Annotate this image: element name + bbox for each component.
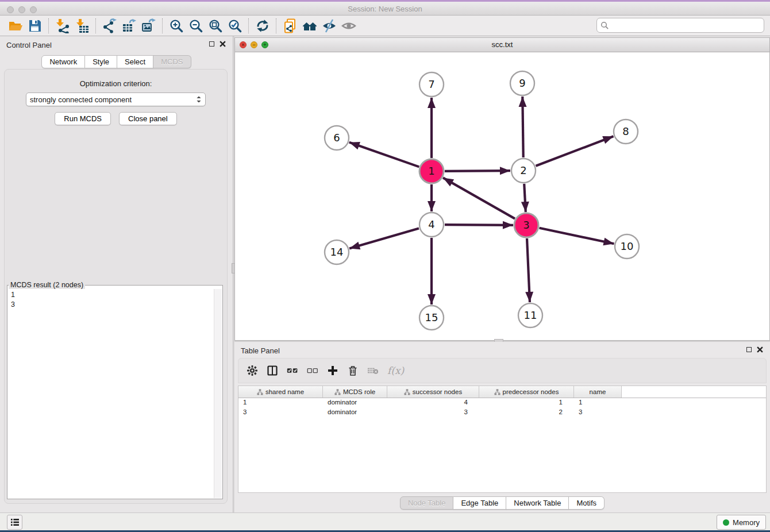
houses-icon xyxy=(302,18,317,33)
clear-all-checkboxes-icon[interactable] xyxy=(307,365,318,376)
edge-3-11[interactable] xyxy=(527,238,530,302)
select-all-checkboxes-icon[interactable] xyxy=(287,365,298,376)
graph-node-15[interactable]: 15 xyxy=(419,306,444,330)
table-row[interactable]: 3dominator323 xyxy=(238,408,766,418)
add-column-icon[interactable] xyxy=(327,365,338,376)
table-settings-gear-icon[interactable] xyxy=(247,365,258,376)
graph-node-4[interactable]: 4 xyxy=(419,213,444,237)
zoom-out-icon xyxy=(188,18,203,33)
edge-2-3[interactable] xyxy=(524,184,526,212)
first-neighbors-button[interactable] xyxy=(300,17,319,34)
clone-network-button[interactable] xyxy=(280,17,300,34)
graph-node-1[interactable]: 1 xyxy=(419,159,444,183)
node-table[interactable]: shared nameMCDS rolesuccessor nodesprede… xyxy=(238,385,767,493)
close-panel-icon[interactable] xyxy=(757,346,763,353)
network-window-titlebar[interactable]: × − + scc.txt xyxy=(235,38,769,52)
svg-text:3: 3 xyxy=(523,219,529,231)
column-header-predecessor-nodes[interactable]: predecessor nodes xyxy=(479,386,574,398)
toolbar-separator xyxy=(162,18,163,33)
refresh-layout-button[interactable] xyxy=(253,17,272,34)
float-panel-icon[interactable] xyxy=(209,41,214,47)
column-header-shared-name[interactable]: shared name xyxy=(238,386,323,398)
export-table-button[interactable] xyxy=(120,17,139,34)
graph-node-3[interactable]: 3 xyxy=(514,213,538,237)
show-columns-icon[interactable] xyxy=(267,365,278,376)
import-network-button[interactable] xyxy=(53,17,72,34)
edge-3-1[interactable] xyxy=(443,178,515,218)
edge-2-8[interactable] xyxy=(536,136,613,166)
import-table-button[interactable] xyxy=(72,17,92,34)
graph-node-8[interactable]: 8 xyxy=(614,119,638,144)
export-table-icon xyxy=(122,18,137,33)
zoom-out-button[interactable] xyxy=(186,17,206,34)
node-attribute-icon xyxy=(334,389,341,395)
close-panel-icon[interactable] xyxy=(220,41,226,47)
session-title: Session: New Session xyxy=(0,5,770,13)
save-session-button[interactable] xyxy=(25,17,45,34)
network-canvas[interactable]: 7968124314101511 xyxy=(235,52,769,340)
column-label: predecessor nodes xyxy=(503,388,559,395)
column-header-successor-nodes[interactable]: successor nodes xyxy=(387,386,479,398)
export-image-icon xyxy=(141,18,156,33)
tab-mcds[interactable]: MCDS xyxy=(153,55,191,68)
zoom-selected-button[interactable] xyxy=(225,17,245,34)
mcds-result-list: 13 xyxy=(11,290,213,498)
toolbar-separator xyxy=(248,18,249,33)
search-input[interactable] xyxy=(609,21,760,30)
float-panel-icon[interactable] xyxy=(746,347,752,352)
mcds-panel: Optimization criterion: strongly connect… xyxy=(4,69,228,504)
mcds-result-title: MCDS result (2 nodes) xyxy=(9,281,85,289)
graph-node-9[interactable]: 9 xyxy=(510,71,534,95)
graph-node-14[interactable]: 14 xyxy=(325,240,349,264)
run-mcds-button[interactable]: Run MCDS xyxy=(55,112,111,125)
column-label: shared name xyxy=(265,388,304,395)
svg-text:4: 4 xyxy=(428,218,434,230)
edge-4-3[interactable] xyxy=(445,225,513,225)
table-tab-node-table[interactable]: Node Table xyxy=(400,496,454,510)
table-tab-edge-table[interactable]: Edge Table xyxy=(453,496,506,510)
result-scrollbar[interactable] xyxy=(214,289,222,498)
show-all-button[interactable] xyxy=(339,17,359,34)
tab-select[interactable]: Select xyxy=(117,55,153,68)
network-graph[interactable]: 7968124314101511 xyxy=(235,52,769,340)
export-image-button[interactable] xyxy=(139,17,159,34)
column-header-name[interactable]: name xyxy=(574,386,622,398)
edge-3-10[interactable] xyxy=(540,228,614,244)
svg-text:2: 2 xyxy=(520,164,526,176)
criterion-dropdown[interactable]: strongly connected component xyxy=(26,92,206,106)
optimization-criterion-label: Optimization criterion: xyxy=(5,79,227,88)
hide-selected-button[interactable] xyxy=(319,17,339,34)
search-box[interactable] xyxy=(596,18,764,33)
table-tab-network-table[interactable]: Network Table xyxy=(506,496,569,510)
delete-icon[interactable] xyxy=(347,365,359,376)
zoom-fit-button[interactable] xyxy=(206,17,225,34)
column-header-MCDS-role[interactable]: MCDS role xyxy=(323,386,387,398)
tab-style[interactable]: Style xyxy=(85,55,117,68)
graph-node-7[interactable]: 7 xyxy=(419,72,444,97)
memory-button[interactable]: Memory xyxy=(717,515,766,530)
table-cell: dominator xyxy=(323,408,387,418)
table-row[interactable]: 1dominator411 xyxy=(238,398,766,408)
main-toolbar xyxy=(0,16,770,36)
edge-1-2[interactable] xyxy=(445,171,510,171)
edge-1-6[interactable] xyxy=(349,142,419,167)
open-session-button[interactable] xyxy=(6,17,25,34)
edge-2-9[interactable] xyxy=(522,97,523,157)
graph-node-6[interactable]: 6 xyxy=(325,126,349,150)
edge-4-14[interactable] xyxy=(349,228,419,248)
hide-eye-icon xyxy=(322,18,337,33)
graph-node-10[interactable]: 10 xyxy=(615,234,639,259)
tab-network[interactable]: Network xyxy=(41,55,85,68)
result-item: 1 xyxy=(11,290,213,300)
table-tab-motifs[interactable]: Motifs xyxy=(569,496,605,510)
table-header-row: shared nameMCDS rolesuccessor nodesprede… xyxy=(238,386,766,398)
close-panel-button[interactable]: Close panel xyxy=(119,112,177,125)
zoom-in-button[interactable] xyxy=(167,17,186,34)
svg-text:11: 11 xyxy=(524,309,537,321)
graph-node-2[interactable]: 2 xyxy=(511,159,536,183)
graph-node-11[interactable]: 11 xyxy=(518,303,542,327)
export-network-button[interactable] xyxy=(100,17,120,34)
table-cell: 3 xyxy=(387,408,479,418)
chevron-updown-icon xyxy=(196,95,202,103)
task-history-button[interactable] xyxy=(7,515,22,530)
